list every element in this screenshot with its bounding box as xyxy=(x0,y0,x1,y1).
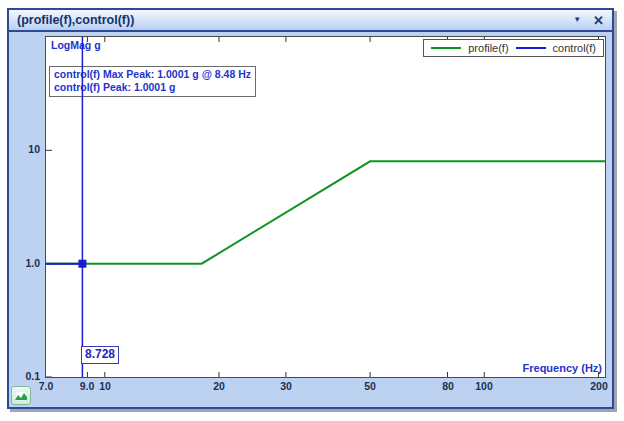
plot-svg xyxy=(46,37,605,377)
close-icon[interactable]: ✕ xyxy=(593,14,604,27)
legend-label-profile: profile(f) xyxy=(468,42,508,54)
screenshot-root: (profile(f),control(f)) ▼ ✕ LogMag g con… xyxy=(0,0,624,421)
cursor-readout: 8.728 xyxy=(81,346,119,364)
legend-label-control: control(f) xyxy=(553,42,596,54)
titlebar-controls: ▼ ✕ xyxy=(573,14,604,27)
plot-area[interactable]: LogMag g control(f) Max Peak: 1.0001 g @… xyxy=(45,36,606,378)
mini-chart-glyph xyxy=(15,391,27,401)
legend: profile(f) control(f) xyxy=(423,39,604,57)
chart-thumbnail-icon[interactable] xyxy=(11,386,31,405)
window-titlebar: (profile(f),control(f)) ▼ ✕ xyxy=(9,10,612,32)
dropdown-caret-icon[interactable]: ▼ xyxy=(573,16,581,24)
window-title: (profile(f),control(f)) xyxy=(17,13,134,27)
legend-swatch-profile xyxy=(431,47,461,49)
legend-swatch-control xyxy=(516,47,546,49)
